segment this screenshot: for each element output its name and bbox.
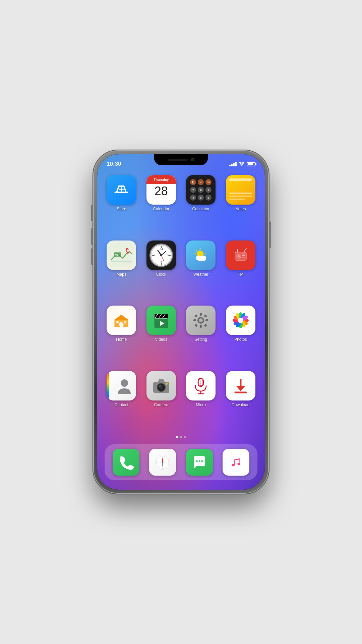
- notch: [154, 154, 208, 165]
- setting-label: Setting: [195, 337, 207, 342]
- page-dot-3: [184, 436, 186, 438]
- svg-rect-32: [242, 257, 245, 257]
- fm-label: FM: [238, 272, 243, 277]
- app-micro[interactable]: Micro: [184, 371, 218, 430]
- dock-messages[interactable]: [183, 449, 216, 476]
- download-icon: [226, 371, 255, 400]
- svg-point-29: [238, 255, 240, 257]
- page-dot-2: [180, 436, 182, 438]
- contact-label: Contact: [115, 402, 128, 407]
- svg-point-0: [241, 165, 242, 166]
- svg-line-33: [244, 248, 246, 252]
- svg-rect-52: [193, 319, 196, 321]
- status-icons: [229, 161, 255, 167]
- dock-music[interactable]: [220, 449, 253, 476]
- svg-rect-55: [204, 314, 207, 318]
- photos-label: Photos: [234, 337, 247, 342]
- svg-point-81: [200, 380, 201, 381]
- svg-rect-35: [119, 322, 124, 327]
- app-maps[interactable]: 280 Maps: [105, 240, 138, 300]
- notes-icon: [226, 175, 255, 205]
- battery-icon: [247, 162, 255, 166]
- calendar-label: Calendar: [153, 207, 169, 211]
- svg-point-82: [200, 382, 201, 383]
- svg-rect-37: [124, 321, 126, 323]
- svg-point-83: [200, 384, 201, 385]
- page-indicator: [97, 433, 265, 441]
- maps-icon: 280: [107, 240, 136, 270]
- app-clock[interactable]: 12 3 6 9: [144, 240, 178, 300]
- phone-icon: [113, 449, 139, 476]
- photos-icon: [226, 306, 255, 335]
- app-videos[interactable]: Videos: [144, 306, 178, 365]
- clock-icon: 12 3 6 9: [146, 240, 176, 270]
- app-fm[interactable]: FM: [224, 240, 258, 300]
- app-store[interactable]: Store: [105, 175, 138, 234]
- fm-icon: [226, 240, 255, 270]
- weather-icon: [186, 240, 216, 270]
- store-label: Store: [117, 207, 126, 211]
- status-time: 10:30: [107, 161, 121, 167]
- svg-point-71: [121, 379, 128, 387]
- home-label: Home: [116, 337, 127, 342]
- calculator-icon: C ± % 7 8 9 4 5 6: [186, 175, 216, 205]
- phone-inner: 10:30: [97, 154, 265, 490]
- dock-phone[interactable]: [109, 449, 143, 476]
- speaker: [168, 159, 188, 161]
- signal-icon: [229, 162, 237, 166]
- svg-point-77: [166, 383, 168, 385]
- svg-point-96: [201, 460, 203, 462]
- svg-rect-54: [194, 314, 198, 318]
- svg-point-93: [162, 462, 163, 463]
- videos-icon: [146, 306, 176, 335]
- app-photos[interactable]: Photos: [224, 306, 258, 365]
- app-calendar[interactable]: Thursday 28 Calendar: [144, 175, 178, 234]
- messages-icon: [186, 449, 213, 476]
- app-download[interactable]: Download: [224, 371, 258, 430]
- music-icon: [223, 449, 249, 476]
- calculator-label: Caculator: [192, 207, 209, 211]
- svg-rect-53: [205, 319, 208, 321]
- setting-icon: [186, 306, 216, 335]
- app-contact[interactable]: Contact: [105, 371, 138, 430]
- svg-text:280: 280: [115, 254, 119, 256]
- micro-label: Micro: [196, 402, 206, 407]
- app-calculator[interactable]: C ± % 7 8 9 4 5 6 Caculator: [184, 175, 218, 234]
- store-icon: [107, 175, 136, 205]
- svg-point-70: [238, 318, 243, 323]
- page-dot-1: [176, 436, 178, 438]
- svg-rect-50: [200, 313, 202, 316]
- contact-icon: [107, 371, 136, 400]
- maps-label: Maps: [117, 272, 126, 277]
- phone-frame: 10:30: [94, 151, 268, 493]
- svg-text:3: 3: [167, 254, 169, 257]
- svg-point-4: [127, 249, 129, 252]
- dock: [105, 444, 257, 480]
- svg-point-26: [201, 256, 206, 260]
- wifi-icon: [239, 161, 245, 167]
- app-home[interactable]: Home: [105, 306, 138, 365]
- home-icon: [107, 306, 136, 335]
- safari-icon: [149, 449, 176, 476]
- clock-label: Clock: [156, 272, 166, 277]
- dock-safari[interactable]: [146, 449, 180, 476]
- camera-icon: [146, 371, 176, 400]
- svg-text:9: 9: [154, 254, 156, 257]
- svg-text:6: 6: [161, 261, 162, 264]
- calendar-header: Thursday: [146, 175, 176, 184]
- front-camera: [191, 158, 194, 161]
- app-weather[interactable]: Weather: [184, 240, 218, 300]
- app-camera[interactable]: Camera: [144, 371, 178, 430]
- svg-rect-51: [200, 325, 202, 328]
- svg-rect-56: [194, 324, 198, 327]
- svg-point-17: [160, 254, 162, 256]
- svg-line-23: [196, 250, 197, 251]
- svg-point-94: [196, 460, 198, 462]
- weather-label: Weather: [193, 272, 208, 277]
- svg-point-95: [198, 460, 200, 462]
- app-setting[interactable]: Setting: [184, 306, 218, 365]
- calendar-date: 28: [155, 185, 168, 197]
- dock-area: [97, 441, 265, 490]
- camera-label: Camera: [154, 402, 168, 407]
- app-notes[interactable]: Notes: [224, 175, 258, 234]
